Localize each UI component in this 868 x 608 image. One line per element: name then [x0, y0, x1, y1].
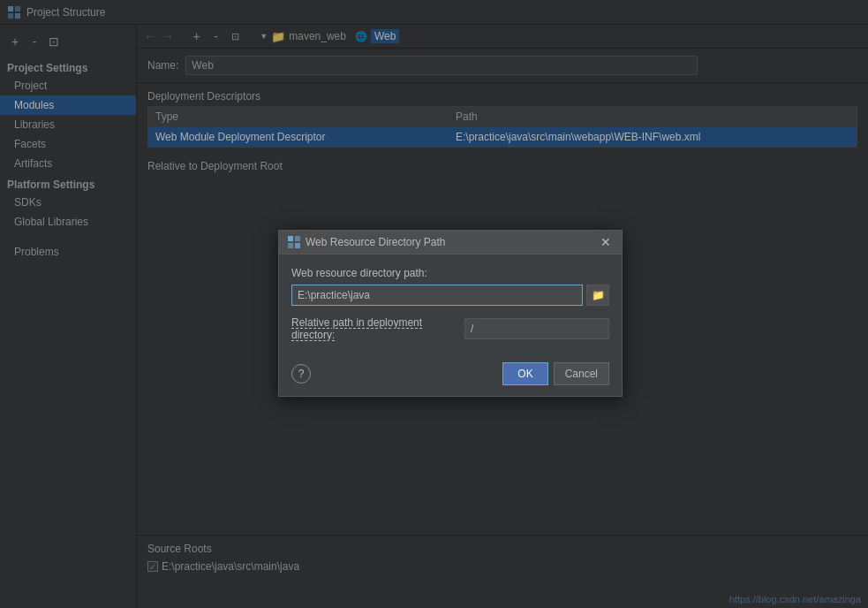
svg-rect-6 — [288, 243, 293, 248]
dialog-body: Web resource directory path: 📁 Relative … — [279, 255, 622, 362]
browse-button[interactable]: 📁 — [586, 285, 609, 306]
svg-rect-7 — [295, 243, 300, 248]
dialog-title-left: Web Resource Directory Path — [288, 236, 446, 248]
svg-rect-4 — [288, 236, 293, 241]
web-resource-label: Web resource directory path: — [291, 267, 609, 279]
dialog-titlebar: Web Resource Directory Path ✕ — [279, 231, 622, 255]
dialog-close-button[interactable]: ✕ — [599, 236, 613, 248]
dialog-icon — [288, 236, 300, 248]
web-resource-dialog: Web Resource Directory Path ✕ Web resour… — [278, 230, 623, 397]
dialog-action-buttons: OK Cancel — [502, 362, 609, 385]
relative-path-row: Relative path in deployment directory: — [291, 316, 609, 341]
web-resource-input[interactable] — [291, 285, 583, 306]
relative-path-label: Relative path in deployment directory: — [291, 316, 457, 341]
ok-button[interactable]: OK — [502, 362, 547, 385]
dialog-footer: ? OK Cancel — [279, 362, 622, 396]
dialog-title-text: Web Resource Directory Path — [306, 236, 446, 248]
cancel-button[interactable]: Cancel — [554, 362, 609, 385]
relative-path-input[interactable] — [464, 318, 609, 339]
web-resource-input-row: 📁 — [291, 285, 609, 306]
browse-icon: 📁 — [592, 289, 605, 301]
help-button[interactable]: ? — [291, 364, 311, 384]
svg-rect-5 — [295, 236, 300, 241]
